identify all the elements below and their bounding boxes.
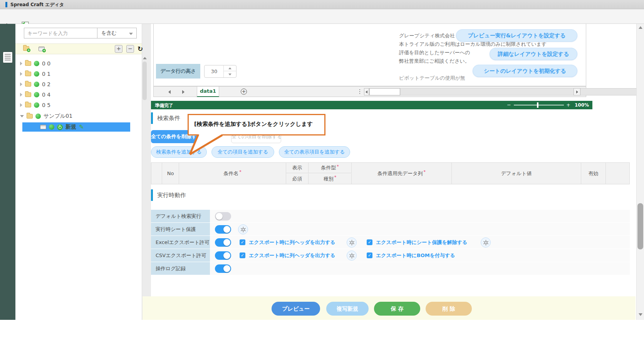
add-sheet-icon[interactable]: +: [39, 47, 45, 51]
folder-icon: [25, 92, 31, 97]
window-title: Spread Craft エディタ: [10, 2, 64, 8]
status-circle-icon: [34, 102, 39, 108]
excel-header-gear-icon[interactable]: [347, 237, 357, 247]
folder-icon: [25, 103, 31, 107]
expand-all-button[interactable]: +: [115, 45, 122, 53]
col-actions: [606, 163, 629, 184]
page-vertical-scrollbar[interactable]: [636, 24, 644, 320]
spread-craft-editor-window: Spread Craft エディタ ← を含む +: [0, 0, 644, 341]
refresh-icon[interactable]: ↻: [138, 45, 143, 53]
delete-button[interactable]: 削 除: [426, 302, 472, 316]
row-height-value[interactable]: 30: [205, 65, 224, 77]
add-all-display-items-button[interactable]: 全ての表示項目を追加する: [279, 146, 350, 158]
sheet-icon: [40, 125, 46, 129]
tree-item-label: サンプル01: [44, 113, 72, 120]
expander-icon[interactable]: [20, 93, 22, 97]
save-button[interactable]: 保 存: [374, 302, 420, 316]
col-target-column: 条件適用先データ列*: [352, 163, 452, 184]
tree-item[interactable]: 0 1: [20, 69, 136, 79]
sheet-protect-toggle[interactable]: [215, 225, 231, 234]
excel-export-toggle[interactable]: [215, 238, 231, 247]
app-accent-icon: [5, 2, 7, 7]
status-ready-text: 準備完了: [155, 102, 173, 109]
csv-bom-checkbox[interactable]: ✓: [367, 252, 372, 258]
keyword-search-input[interactable]: [24, 28, 97, 38]
expander-icon[interactable]: [20, 103, 22, 107]
reset-layout-button[interactable]: シートのレイアウトを初期化する: [473, 65, 577, 77]
tree-item[interactable]: 0 5: [20, 100, 136, 110]
hscroll-left-icon[interactable]: [364, 88, 369, 95]
excel-unprotect-checkbox-label[interactable]: エクスポート時にシート保護を解除する: [376, 239, 467, 246]
match-mode-select[interactable]: を含む: [97, 28, 137, 38]
sheet-protect-gear-icon[interactable]: [238, 224, 248, 234]
add-sheet-tab-icon[interactable]: +: [241, 89, 247, 95]
hscroll-right-icon[interactable]: [574, 88, 580, 95]
stepper-down-icon[interactable]: [224, 72, 236, 77]
runtime-row-label: デフォルト検索実行: [151, 210, 210, 222]
excel-header-checkbox[interactable]: ✓: [240, 239, 245, 245]
callout-text: [検索条件を追加する]ボタンをクリックします: [194, 120, 313, 128]
col-no: No: [162, 163, 179, 184]
expander-icon[interactable]: [20, 72, 22, 76]
csv-export-toggle[interactable]: [215, 251, 231, 260]
zoom-in-icon[interactable]: +: [566, 102, 570, 108]
zoom-slider-track[interactable]: [514, 105, 564, 105]
expander-icon[interactable]: [20, 62, 22, 65]
tree-item[interactable]: 0 0: [20, 59, 136, 69]
runtime-row-label: CSVエクスポート許可: [151, 249, 210, 262]
sheet-tab-data1[interactable]: data1: [197, 86, 219, 97]
expander-icon[interactable]: [20, 82, 22, 86]
expander-open-icon[interactable]: [20, 115, 24, 117]
runtime-row: 操作ログ記録: [151, 262, 630, 275]
selected-item-label: 新規: [65, 124, 76, 130]
excel-unprotect-gear-icon[interactable]: [481, 237, 491, 247]
notice-text: グレープシティ株式会社: [399, 32, 455, 39]
tutorial-callout: [検索条件を追加する]ボタンをクリックします: [188, 114, 325, 135]
csv-header-checkbox[interactable]: ✓: [240, 252, 245, 258]
scroll-down-icon[interactable]: [639, 313, 642, 316]
runtime-row: CSVエクスポート許可 ✓ エクスポート時に列ヘッダを出力する ✓ エクスポート…: [151, 249, 630, 262]
operation-log-toggle[interactable]: [215, 264, 231, 273]
scroll-up-icon[interactable]: [639, 26, 642, 29]
excel-unprotect-checkbox[interactable]: ✓: [367, 239, 372, 245]
add-folder-icon[interactable]: +: [23, 46, 29, 51]
preview-run-layout-button[interactable]: プレビュー実行&レイアウトを設定する: [456, 29, 577, 42]
horizontal-scrollbar-thumb[interactable]: [369, 88, 400, 95]
side-nav-strip: [0, 24, 15, 320]
zoom-out-icon[interactable]: −: [507, 102, 511, 108]
zoom-slider-thumb[interactable]: [537, 102, 538, 108]
menu-icon[interactable]: [3, 52, 13, 63]
csv-header-gear-icon[interactable]: [347, 251, 357, 261]
detail-layout-button[interactable]: 詳細なレイアウトを設定する: [490, 48, 577, 60]
tree-item-expanded[interactable]: サンプル01: [20, 111, 136, 121]
csv-header-checkbox-label[interactable]: エクスポート時に列ヘッダを出力する: [249, 252, 335, 259]
status-circle-icon: [34, 61, 39, 66]
preview-button[interactable]: プレビュー: [272, 302, 320, 316]
row-height-stepper[interactable]: 30: [204, 65, 236, 78]
section-accent-bar: [151, 112, 153, 124]
vertical-scrollbar-thumb[interactable]: [637, 203, 643, 249]
col-show: 表示: [286, 163, 309, 173]
excel-header-checkbox-label[interactable]: エクスポート時に列ヘッダを出力する: [249, 239, 335, 246]
sheet-tab-strip: data1 +: [153, 86, 586, 97]
edit-pencil-icon[interactable]: ✎: [79, 124, 84, 130]
tree-item-selected[interactable]: 新規 ✎: [22, 122, 130, 132]
tab-scroll-left-icon[interactable]: [168, 90, 171, 94]
collapse-all-button[interactable]: −: [126, 45, 134, 53]
tree-item[interactable]: 0 2: [20, 79, 136, 89]
tree-scroll-up-icon[interactable]: [143, 57, 147, 59]
splitter-handle-icon[interactable]: [359, 89, 360, 90]
tree-scrollbar-thumb[interactable]: [143, 62, 147, 100]
horizontal-scrollbar-track[interactable]: [369, 88, 644, 95]
status-circle-icon: [35, 114, 41, 119]
tree-item[interactable]: 0 4: [20, 90, 136, 100]
stepper-up-icon[interactable]: [224, 65, 236, 71]
copy-new-button[interactable]: 複写新規: [326, 302, 369, 316]
tree-item-label: 0 4: [42, 92, 50, 98]
default-search-toggle[interactable]: [215, 212, 231, 221]
csv-bom-checkbox-label[interactable]: エクスポート時にBOMを付与する: [376, 252, 455, 259]
main-toolbar: ←: [0, 9, 644, 24]
tab-scroll-right-icon[interactable]: [182, 90, 184, 94]
col-kind: 種別*: [309, 174, 352, 184]
runtime-row: デフォルト検索実行: [151, 210, 630, 222]
